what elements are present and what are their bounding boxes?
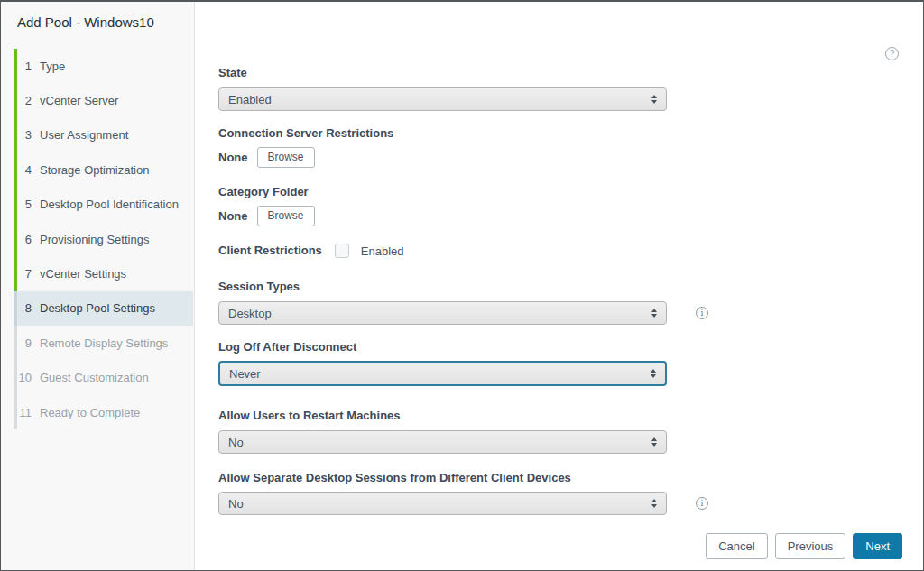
allow-users-restart-field: Allow Users to Restart Machines No <box>218 408 923 454</box>
sidebar-step-vcenter-server[interactable]: 2 vCenter Server <box>14 83 193 117</box>
cancel-button[interactable]: Cancel <box>706 533 767 559</box>
sidebar-step-user-assignment[interactable]: 3 User Assignment <box>14 118 193 152</box>
select-arrows-icon <box>651 437 657 447</box>
log-off-after-disconnect-select[interactable]: Never <box>218 361 667 386</box>
session-types-select-value: Desktop <box>228 307 651 320</box>
step-label: Storage Optimization <box>40 163 149 177</box>
log-off-after-disconnect-label: Log Off After Disconnect <box>218 339 923 355</box>
session-types-info-icon[interactable]: i <box>696 307 708 319</box>
sidebar-step-ready-to-complete[interactable]: 11 Ready to Complete <box>14 395 193 429</box>
wizard-steps-list: 1 Type 2 vCenter Server 3 User Assignmen… <box>14 49 194 429</box>
allow-separate-sessions-label: Allow Separate Desktop Sessions from Dif… <box>218 470 923 486</box>
connection-server-restrictions-value: None <box>218 151 248 164</box>
step-label: Guest Customization <box>40 371 149 384</box>
state-select-value: Enabled <box>228 93 651 106</box>
step-number: 8 <box>17 301 32 315</box>
add-pool-wizard-window: Add Pool - Windows10 1 Type 2 vCenter Se… <box>0 0 924 571</box>
session-types-label: Session Types <box>218 279 923 295</box>
help-icon[interactable]: ? <box>885 47 899 60</box>
allow-separate-sessions-info-icon[interactable]: i <box>696 497 708 510</box>
category-folder-browse-button[interactable]: Browse <box>257 206 315 226</box>
connection-server-restrictions-field: Connection Server Restrictions None Brow… <box>218 125 923 168</box>
log-off-after-disconnect-field: Log Off After Disconnect Never <box>218 339 923 386</box>
client-restrictions-checkbox-label: Enabled <box>361 244 404 258</box>
step-label: Remote Display Settings <box>40 336 168 350</box>
session-types-field: Session Types Desktop i <box>218 279 923 325</box>
step-number: 9 <box>17 336 32 350</box>
sidebar-step-guest-customization[interactable]: 10 Guest Customization <box>14 361 193 395</box>
category-folder-label: Category Folder <box>218 184 923 200</box>
wizard-title: Add Pool - Windows10 <box>1 2 194 30</box>
category-folder-field: Category Folder None Browse <box>218 184 923 226</box>
select-arrows-icon <box>651 369 656 378</box>
state-label: State <box>218 65 923 81</box>
sidebar-step-desktop-pool-identification[interactable]: 5 Desktop Pool Identification <box>14 188 193 222</box>
wizard-footer: Cancel Previous Next <box>706 533 902 559</box>
step-number: 3 <box>17 128 32 142</box>
previous-button[interactable]: Previous <box>775 533 846 559</box>
step-label: Ready to Complete <box>40 406 140 419</box>
step-number: 2 <box>17 94 32 107</box>
log-off-after-disconnect-select-value: Never <box>229 367 651 381</box>
step-number: 7 <box>17 267 32 281</box>
select-arrows-icon <box>651 499 657 508</box>
step-number: 4 <box>17 163 32 177</box>
client-restrictions-checkbox[interactable] <box>335 244 349 258</box>
wizard-sidebar: Add Pool - Windows10 1 Type 2 vCenter Se… <box>1 2 195 570</box>
allow-users-restart-select[interactable]: No <box>218 430 667 454</box>
next-button[interactable]: Next <box>853 533 902 559</box>
sidebar-step-type[interactable]: 1 Type <box>14 49 193 83</box>
sidebar-step-desktop-pool-settings[interactable]: 8 Desktop Pool Settings <box>14 291 193 326</box>
sidebar-step-vcenter-settings[interactable]: 7 vCenter Settings <box>14 256 193 290</box>
state-select[interactable]: Enabled <box>218 87 667 111</box>
sidebar-step-remote-display-settings[interactable]: 9 Remote Display Settings <box>14 326 193 360</box>
allow-separate-sessions-field: Allow Separate Desktop Sessions from Dif… <box>218 470 923 515</box>
state-field: State Enabled <box>218 65 923 111</box>
step-number: 1 <box>17 60 32 73</box>
select-arrows-icon <box>651 309 657 318</box>
step-number: 5 <box>17 198 32 211</box>
allow-separate-sessions-select-value: No <box>228 497 651 511</box>
select-arrows-icon <box>651 95 657 104</box>
desktop-pool-settings-form: State Enabled Connection Server Restrict… <box>195 2 923 515</box>
connection-server-restrictions-label: Connection Server Restrictions <box>218 125 923 142</box>
step-number: 10 <box>17 371 32 384</box>
category-folder-value: None <box>218 209 248 223</box>
allow-separate-sessions-select[interactable]: No <box>218 492 667 515</box>
sidebar-step-storage-optimization[interactable]: 4 Storage Optimization <box>14 152 193 187</box>
step-label: Desktop Pool Identification <box>40 198 179 211</box>
wizard-main-panel: ? State Enabled Connection Server Restri… <box>195 2 923 570</box>
connection-server-restrictions-browse-button[interactable]: Browse <box>257 147 315 168</box>
step-label: Desktop Pool Settings <box>40 301 155 315</box>
client-restrictions-field: Client Restrictions Enabled <box>218 243 923 259</box>
step-number: 11 <box>17 406 32 419</box>
step-label: vCenter Server <box>40 94 118 107</box>
step-label: vCenter Settings <box>40 267 126 281</box>
client-restrictions-label: Client Restrictions <box>218 243 322 259</box>
step-label: User Assignment <box>40 128 128 142</box>
step-label: Provisioning Settings <box>40 233 149 246</box>
sidebar-step-provisioning-settings[interactable]: 6 Provisioning Settings <box>14 222 193 256</box>
allow-users-restart-label: Allow Users to Restart Machines <box>218 408 923 424</box>
step-number: 6 <box>17 233 32 246</box>
allow-users-restart-select-value: No <box>228 436 651 449</box>
step-label: Type <box>40 60 65 73</box>
session-types-select[interactable]: Desktop <box>218 301 667 325</box>
